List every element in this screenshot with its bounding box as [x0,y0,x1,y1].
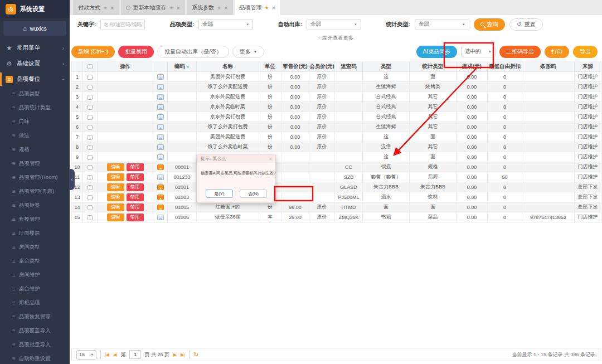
yes-button[interactable]: 是(Y) [206,190,233,198]
sidebar-submenu-item[interactable]: ≡品项恢复管理 [0,310,70,324]
row-checkbox[interactable] [88,205,93,210]
row-checkbox[interactable] [88,95,93,100]
row-index: 3 [72,92,83,102]
row-checkbox[interactable] [88,155,93,160]
disable-button[interactable]: 禁用 [127,203,144,211]
batch-disable-button[interactable]: 批量禁用 [118,46,154,58]
search-button[interactable]: 查询 [474,18,505,31]
edit-button[interactable]: 编辑 [107,163,124,171]
col-code[interactable]: 编码▲ [168,61,197,72]
sidebar-submenu-item[interactable]: ≡做法 [0,129,70,143]
row-checkbox[interactable] [88,215,93,220]
row-checkbox[interactable] [88,85,93,90]
sidebar-submenu-item[interactable]: ≡品项管理(再康) [0,185,70,198]
sidebar-submenu-item[interactable]: ≡套餐管理 [0,212,70,226]
sidebar-submenu-item[interactable]: ≡品项批量导入 [0,338,70,352]
sidebar-submenu-item[interactable]: ≡品项标签 [0,198,70,212]
reset-button[interactable]: ↺ 重置 [509,18,543,31]
sidebar-submenu-item[interactable]: ≡桌台维护 [0,282,70,296]
export-scope-select[interactable]: 选中的 ▼ [461,46,496,57]
row-checkbox[interactable] [88,75,93,80]
sidebar-menu-item[interactable]: ⚙基础设置› [0,56,70,71]
close-icon[interactable]: × [177,4,180,11]
sidebar-submenu-item[interactable]: ≡房间维护 [0,268,70,282]
store-selector[interactable]: ⌂ wuxics [3,21,66,36]
last-page-icon[interactable]: ▶| [181,352,185,357]
list-icon: ≡ [12,342,16,348]
table-row: 13编辑禁用01003啤酒500mlPJ500ML酒水饮料0.000总部下发 [72,192,601,202]
cell-unit: 本 [259,212,281,222]
qr-export-button[interactable]: 二维码导出 [499,46,541,58]
disable-button[interactable]: 禁用 [127,173,144,181]
edit-button[interactable]: 编辑 [107,183,124,191]
favorite-star-icon[interactable]: ★ [169,5,174,11]
sidebar-submenu-item[interactable]: ≡品项类型 [0,87,70,101]
row-checkbox[interactable] [88,165,93,170]
select-all-checkbox[interactable] [88,64,93,69]
sidebar-submenu-item[interactable]: ≡房间类型 [0,240,70,254]
col-name: 名称 [197,61,259,72]
page-number-input[interactable] [129,350,140,359]
edit-button[interactable]: 编辑 [107,173,124,181]
edit-button[interactable]: 编辑 [107,193,124,201]
item-type-select[interactable]: 全部 ▼ [198,19,253,30]
disable-button[interactable]: 禁用 [127,183,144,191]
disable-button[interactable]: 禁用 [127,213,144,221]
tab[interactable]: 更新本地缓存★× [121,0,186,15]
sidebar-collapse-handle[interactable]: ‹ [69,169,75,190]
tab[interactable]: 系统参数★× [187,0,233,15]
row-checkbox[interactable] [88,145,93,150]
edit-button[interactable]: 编辑 [107,213,124,221]
add-button[interactable]: 新增 (Ctrl+-) [71,46,115,58]
favorite-star-icon[interactable]: ★ [217,5,221,11]
ai-sync-button[interactable]: AI菜品同步 [416,46,457,58]
first-page-icon[interactable]: |◀ [105,352,109,357]
sidebar-submenu-item[interactable]: ≡口味 [0,115,70,129]
cell-code [168,132,197,142]
next-page-icon[interactable]: ▶ [173,352,177,357]
item-type-label: 品项类型: [170,21,194,28]
sidebar-menu-item[interactable]: ≣品项餐位› [0,71,70,87]
tab[interactable]: 付款方式★× [73,0,119,15]
row-checkbox[interactable] [88,105,93,110]
row-checkbox[interactable] [88,195,93,200]
sidebar-submenu-item[interactable]: ≡品项覆盖导入 [0,324,70,338]
tab[interactable]: 品项管理★× [235,0,281,15]
row-checkbox[interactable] [88,185,93,190]
export-button[interactable]: 导出 [573,46,598,58]
page-size-select[interactable]: 15 ▼ [76,350,96,360]
sidebar-submenu-item[interactable]: ≡厅面楼层 [0,226,70,240]
sidebar-submenu-item[interactable]: ≡桌台类型 [0,254,70,268]
row-checkbox[interactable] [88,125,93,130]
close-icon[interactable]: × [110,4,114,11]
sidebar-submenu-item[interactable]: ≡品项管理 [0,157,70,171]
stat-type-select[interactable]: 全部 ▼ [415,19,469,30]
sidebar-submenu-item[interactable]: ≡厨柜品项 [0,296,70,310]
no-button[interactable]: 否(N) [240,190,267,198]
close-icon[interactable]: × [269,156,272,162]
edit-button[interactable]: 编辑 [107,203,124,211]
row-checkbox[interactable] [88,175,93,180]
more-button[interactable]: 更多 ▼ [232,46,264,58]
expand-more-toggle[interactable]: › 展开查看更多 [70,33,602,42]
favorite-star-icon[interactable]: ★ [265,5,269,11]
batch-auto-out-button[interactable]: 批量自动出库（是/否） [157,46,229,58]
keyword-input[interactable] [100,19,145,30]
refresh-icon[interactable]: ↻ [193,351,198,358]
auto-out-select[interactable]: 全部 ▼ [307,19,361,30]
sidebar-submenu-item[interactable]: ≡规格 [0,143,70,157]
disable-button[interactable]: 禁用 [127,193,144,201]
print-button[interactable]: 打印 [545,46,569,58]
row-checkbox[interactable] [88,115,93,120]
sidebar-menu-item[interactable]: ★常用菜单› [0,40,70,56]
favorite-star-icon[interactable]: ★ [103,5,108,11]
close-icon[interactable]: × [272,4,275,11]
sidebar-submenu-item[interactable]: ≡自助称重设置 [0,352,70,364]
prev-page-icon[interactable]: ◀ [113,352,116,357]
close-icon[interactable]: × [224,4,227,11]
sidebar-submenu-item[interactable]: ≡品项管理(Room) [0,171,70,185]
cell-retail: 26.00 [281,212,309,222]
disable-button[interactable]: 禁用 [127,163,144,171]
row-checkbox[interactable] [88,135,93,140]
sidebar-submenu-item[interactable]: ≡品项统计类型 [0,101,70,115]
